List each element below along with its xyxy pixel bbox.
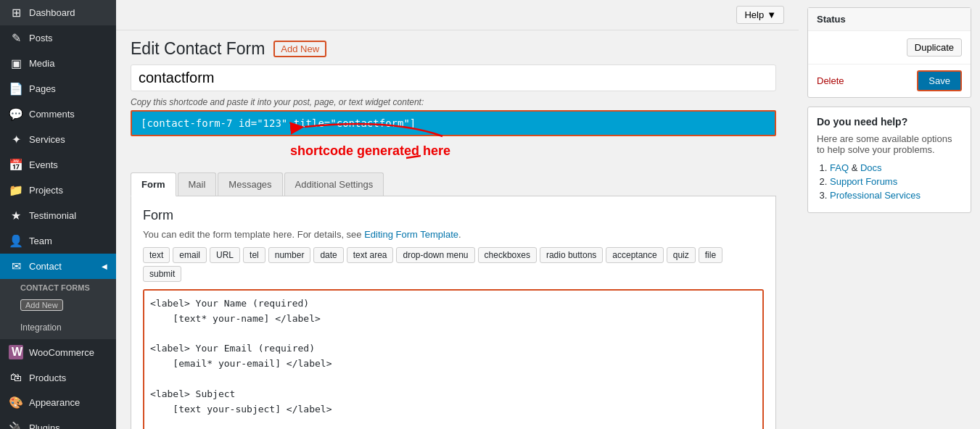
sidebar-item-media[interactable]: ▣ Media: [0, 51, 116, 76]
tag-button-text[interactable]: text: [143, 247, 170, 263]
sidebar-item-label: Contact: [29, 261, 62, 272]
page-header: Edit Contact Form Add New: [116, 30, 799, 64]
tab-mail[interactable]: Mail: [178, 172, 217, 196]
chevron-icon: ◀: [102, 262, 107, 270]
sidebar: ⊞ Dashboard ✎ Posts ▣ Media 📄 Pages 💬 Co…: [0, 0, 116, 429]
sidebar-item-plugins[interactable]: 🔌 Plugins: [0, 415, 116, 429]
sidebar-item-products[interactable]: 🛍 Products: [0, 365, 116, 390]
media-icon: ▣: [9, 57, 23, 70]
right-sidebar: Status Duplicate Delete Save Do you need…: [799, 0, 980, 429]
status-box: Status Duplicate Delete Save: [807, 7, 971, 98]
docs-link[interactable]: Docs: [860, 162, 882, 173]
sidebar-item-comments[interactable]: 💬 Comments: [0, 101, 116, 127]
tag-button-submit[interactable]: submit: [143, 266, 181, 282]
sidebar-item-label: Services: [29, 134, 65, 145]
help-list-item: FAQ & Docs: [830, 162, 962, 173]
sidebar-item-woocommerce[interactable]: W WooCommerce: [0, 338, 116, 365]
form-panel-desc: You can edit the form template here. For…: [143, 229, 764, 240]
sidebar-item-label: Pages: [29, 83, 56, 94]
tag-button-url[interactable]: URL: [210, 247, 240, 263]
comments-icon: 💬: [9, 107, 23, 121]
save-button[interactable]: Save: [917, 70, 962, 91]
sidebar-item-testimonial[interactable]: ★ Testimonial: [0, 203, 116, 228]
duplicate-button[interactable]: Duplicate: [907, 38, 962, 57]
sidebar-item-projects[interactable]: 📁 Projects: [0, 178, 116, 203]
sidebar-item-appearance[interactable]: 🎨 Appearance: [0, 390, 116, 415]
tag-button-acceptance[interactable]: acceptance: [606, 247, 663, 263]
help-button[interactable]: Help ▼: [736, 6, 784, 24]
delete-link[interactable]: Delete: [817, 75, 844, 86]
sidebar-item-integration[interactable]: Integration: [0, 317, 116, 338]
tag-buttons: textemailURLtelnumberdatetext areadrop-d…: [143, 247, 764, 282]
tabs: Form Mail Messages Additional Settings: [131, 172, 776, 196]
pages-icon: 📄: [9, 82, 23, 96]
tag-button-radio-buttons[interactable]: radio buttons: [540, 247, 603, 263]
add-new-button[interactable]: Add New: [273, 41, 326, 57]
help-box: Do you need help? Here are some availabl…: [807, 107, 971, 213]
help-list-item: Professional Services: [830, 190, 962, 201]
tag-button-date[interactable]: date: [313, 247, 343, 263]
sidebar-item-add-new[interactable]: Add New: [0, 293, 116, 317]
tab-messages[interactable]: Messages: [218, 172, 282, 196]
tag-button-tel[interactable]: tel: [243, 247, 265, 263]
services-icon: ✦: [9, 133, 23, 146]
tab-additional-settings[interactable]: Additional Settings: [284, 172, 384, 196]
tab-form[interactable]: Form: [131, 172, 176, 196]
help-list: FAQ & Docs Support Forums Professional S…: [817, 162, 962, 201]
posts-icon: ✎: [9, 31, 23, 45]
tag-button-quiz[interactable]: quiz: [667, 247, 696, 263]
products-icon: 🛍: [9, 371, 23, 384]
contact-forms-header: Contact Forms: [0, 279, 116, 293]
appearance-icon: 🎨: [9, 396, 23, 409]
sidebar-item-dashboard[interactable]: ⊞ Dashboard: [0, 0, 116, 25]
sidebar-item-label: Posts: [29, 33, 53, 43]
code-textarea[interactable]: [143, 289, 764, 429]
form-panel-title: Form: [143, 208, 764, 223]
form-name-input[interactable]: [131, 64, 776, 91]
add-new-label: Add New: [20, 299, 63, 311]
sidebar-item-posts[interactable]: ✎ Posts: [0, 25, 116, 51]
support-forums-link[interactable]: Support Forums: [830, 176, 897, 187]
sidebar-item-pages[interactable]: 📄 Pages: [0, 76, 116, 101]
sidebar-item-label: Products: [29, 372, 66, 383]
sidebar-item-label: Dashboard: [29, 7, 75, 18]
team-icon: 👤: [9, 234, 23, 248]
tag-button-drop-down-menu[interactable]: drop-down menu: [396, 247, 474, 263]
projects-icon: 📁: [9, 183, 23, 197]
sidebar-item-contact[interactable]: ✉ Contact ◀: [0, 254, 116, 279]
integration-label: Integration: [20, 322, 62, 333]
events-icon: 📅: [9, 158, 23, 172]
woocommerce-icon: W: [9, 345, 23, 359]
annotation-text: shortcode generated here: [290, 143, 450, 159]
sidebar-item-services[interactable]: ✦ Services: [0, 127, 116, 152]
dashboard-icon: ⊞: [9, 6, 23, 20]
form-panel: Form You can edit the form template here…: [131, 196, 776, 429]
tag-button-email[interactable]: email: [173, 247, 207, 263]
tag-button-text-area[interactable]: text area: [347, 247, 394, 263]
sidebar-item-label: Team: [29, 236, 52, 246]
contact-icon: ✉: [9, 259, 23, 273]
sidebar-item-label: Projects: [29, 185, 63, 196]
sidebar-item-team[interactable]: 👤 Team: [0, 228, 116, 254]
sidebar-item-label: Media: [29, 58, 54, 69]
editing-form-template-link[interactable]: Editing Form Template: [364, 229, 458, 240]
arrow-annotation: shortcode generated here: [131, 136, 776, 172]
arrow-pointer-svg: [131, 96, 566, 140]
testimonial-icon: ★: [9, 209, 23, 222]
status-actions: Delete Save: [808, 64, 971, 97]
sidebar-item-label: Events: [29, 159, 58, 170]
sidebar-item-label: Plugins: [29, 422, 60, 429]
tag-button-number[interactable]: number: [268, 247, 311, 263]
sidebar-item-events[interactable]: 📅 Events: [0, 152, 116, 178]
contact-forms-submenu: Contact Forms Add New Integration: [0, 279, 116, 338]
tag-button-checkboxes[interactable]: checkboxes: [478, 247, 537, 263]
sidebar-item-label: Comments: [29, 109, 75, 120]
tag-button-file[interactable]: file: [699, 247, 722, 263]
help-box-desc: Here are some available options to help …: [817, 133, 962, 155]
chevron-down-icon: ▼: [767, 9, 776, 20]
professional-services-link[interactable]: Professional Services: [830, 190, 921, 201]
topbar: Help ▼: [116, 0, 799, 30]
faq-link[interactable]: FAQ: [830, 162, 849, 173]
help-box-title: Do you need help?: [817, 116, 962, 128]
sidebar-item-label: Appearance: [29, 397, 80, 408]
